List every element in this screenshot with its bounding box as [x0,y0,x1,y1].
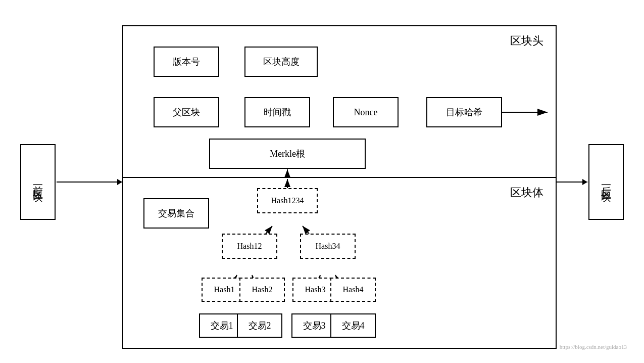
watermark: https://blog.csdn.net/guidao13 [560,344,627,350]
block-body-label: 区块体 [510,185,543,200]
hash1234-box: Hash1234 [257,188,318,213]
block-header-label: 区块头 [510,33,543,49]
block-header-section: 区块头 版本号 区块高度 父区块 时间戳 Nonce [123,26,556,178]
block-body-section: 区块体 交易集合 [123,178,556,350]
nonce-box: Nonce [333,97,399,127]
hash34-box: Hash34 [300,234,356,259]
hash12-box: Hash12 [222,234,277,259]
diagram: 前一区块 后一区块 区块头 版本号 区块高度 父区块 时间戳 [10,10,634,354]
hash4-box: Hash4 [330,278,376,302]
tx-set-box: 交易集合 [143,198,209,229]
parent-block-box: 父区块 [154,97,219,127]
main-block: 区块头 版本号 区块高度 父区块 时间戳 Nonce [122,25,557,349]
merkle-root-box: Merkle根 [209,139,366,169]
tx4-box: 交易4 [330,313,376,338]
hash2-box: Hash2 [239,278,285,302]
timestamp-box: 时间戳 [244,97,310,127]
target-hash-box: 目标哈希 [426,97,502,127]
prev-block: 前一区块 [20,144,56,220]
next-block: 后一区块 [588,144,624,220]
block-height-box: 区块高度 [244,47,318,77]
arrow-prev-to-main [57,182,122,183]
version-box: 版本号 [154,47,219,77]
tx2-box: 交易2 [237,313,282,338]
